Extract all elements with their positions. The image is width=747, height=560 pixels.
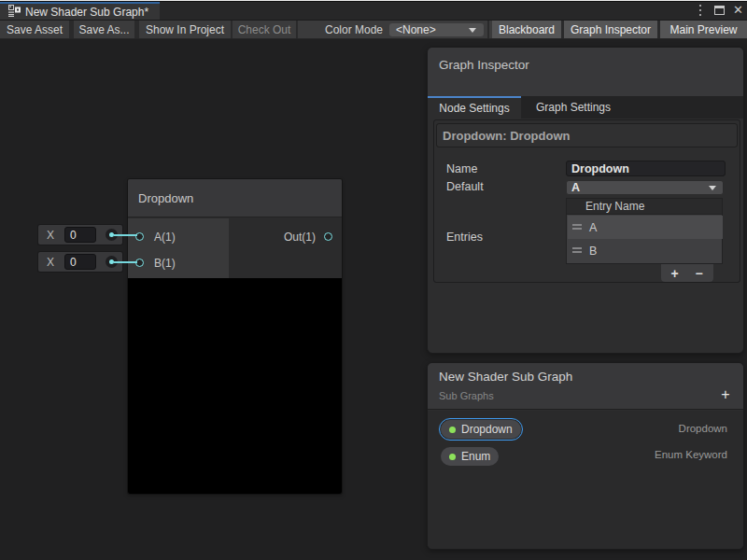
remove-entry-button[interactable]: − — [687, 264, 711, 282]
close-icon[interactable]: ✕ — [733, 4, 743, 16]
default-label: Default — [446, 180, 484, 193]
entry-value[interactable]: A — [589, 216, 597, 239]
entry-value[interactable]: B — [589, 239, 597, 262]
entry-row-b[interactable]: B — [568, 239, 723, 262]
value-a-input[interactable]: 0 — [64, 227, 96, 243]
value-b-input[interactable]: 0 — [64, 254, 96, 270]
blackboard-content: Dropdown Dropdown Enum Enum Keyword — [428, 411, 743, 550]
node-preview[interactable] — [128, 278, 342, 494]
item-type: Enum Keyword — [655, 449, 727, 460]
exposed-dot-icon — [449, 454, 456, 460]
document-tab[interactable]: New Shader Sub Graph* — [0, 2, 160, 20]
name-input[interactable]: Dropdown — [566, 161, 726, 176]
port-out-label: Out(1) — [231, 231, 316, 244]
shader-graph-icon — [8, 5, 21, 17]
port-a-label: A(1) — [154, 231, 176, 244]
graph-inspector-panel: Graph Inspector Node Settings Graph Sett… — [427, 47, 744, 354]
dropdown-arrow-icon — [469, 28, 476, 33]
input-port-a[interactable] — [135, 232, 144, 241]
blackboard-header[interactable]: New Shader Sub Graph Sub Graphs + — [428, 363, 743, 410]
drag-handle-icon[interactable] — [572, 247, 582, 253]
check-out-button[interactable]: Check Out — [233, 21, 296, 38]
default-dropdown[interactable]: A — [566, 180, 724, 195]
edge-b[interactable] — [114, 261, 137, 263]
blackboard-subtitle: Sub Graphs — [439, 390, 494, 401]
blackboard-item-enum[interactable]: Enum — [441, 447, 499, 466]
inspector-content: Dropdown: Dropdown Name Dropdown Default… — [428, 119, 743, 354]
window-top-edge-shadow — [0, 1, 747, 2]
output-port[interactable] — [324, 232, 332, 241]
toolbar: Save Asset Save As... Show In Project Ch… — [0, 20, 747, 39]
item-name: Enum — [461, 450, 499, 463]
tab-node-settings[interactable]: Node Settings — [428, 96, 521, 119]
blackboard-panel: New Shader Sub Graph Sub Graphs + Dropdo… — [427, 362, 744, 550]
dropdown-arrow-icon — [709, 186, 716, 190]
entry-row-a[interactable]: A — [568, 216, 723, 239]
blackboard-title: New Shader Sub Graph — [439, 370, 572, 384]
color-mode-dropdown[interactable]: <None> — [389, 23, 484, 36]
edge-a[interactable] — [114, 234, 137, 236]
tab-graph-settings[interactable]: Graph Settings — [521, 96, 626, 119]
entries-label: Entries — [446, 231, 483, 244]
color-mode-value: <None> — [396, 23, 436, 36]
window-menu-icon[interactable] — [695, 4, 706, 16]
drag-handle-icon[interactable] — [572, 224, 582, 230]
entries-footer: + − — [661, 264, 713, 282]
document-tab-title: New Shader Sub Graph* — [25, 6, 148, 19]
inspector-tabrow: Node Settings Graph Settings — [428, 96, 743, 119]
inspector-header[interactable]: Graph Inspector — [428, 48, 743, 96]
entries-body: A B — [566, 215, 723, 264]
section-title: Dropdown: Dropdown — [436, 123, 738, 147]
inline-value-a: X 0 — [38, 225, 122, 245]
default-value: A — [571, 181, 580, 194]
exposed-dot-icon — [449, 427, 456, 433]
color-mode-label: Color Mode — [325, 21, 383, 38]
graph-inspector-toggle[interactable]: Graph Inspector — [564, 21, 657, 38]
window-controls: ✕ — [695, 2, 743, 18]
name-label: Name — [446, 162, 477, 175]
inline-value-b: X 0 — [38, 252, 122, 272]
node-settings-section: Dropdown: Dropdown Name Dropdown Default… — [433, 119, 740, 283]
axis-label: X — [47, 225, 54, 245]
add-entry-button[interactable]: + — [663, 264, 686, 282]
maximize-icon[interactable] — [714, 6, 725, 15]
blackboard-toggle[interactable]: Blackboard — [492, 21, 561, 38]
item-type: Dropdown — [679, 423, 727, 434]
axis-label: X — [47, 252, 54, 272]
dropdown-node[interactable]: Dropdown A(1) Out(1) B(1) — [128, 179, 342, 494]
window-tabstrip: New Shader Sub Graph* ✕ — [0, 0, 747, 20]
entries-header: Entry Name — [566, 198, 723, 215]
node-title[interactable]: Dropdown — [128, 179, 342, 217]
shader-graph-window: X 0 X 0 Dropdown A(1) Out(1) B — [0, 0, 747, 560]
show-in-project-button[interactable]: Show In Project — [139, 21, 231, 38]
inspector-title: Graph Inspector — [439, 58, 529, 72]
main-preview-toggle[interactable]: Main Preview — [660, 21, 747, 38]
node-body: A(1) Out(1) B(1) — [128, 218, 342, 278]
blackboard-item-dropdown[interactable]: Dropdown — [441, 420, 521, 439]
item-name: Dropdown — [461, 423, 521, 436]
port-b-label: B(1) — [154, 257, 176, 270]
save-asset-button[interactable]: Save Asset — [0, 21, 69, 38]
save-as-button[interactable]: Save As... — [74, 21, 134, 38]
add-property-button[interactable]: + — [717, 386, 734, 403]
